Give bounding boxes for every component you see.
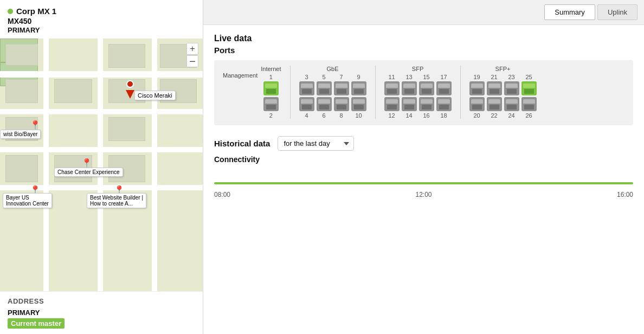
tab-summary[interactable]: Summary (544, 4, 595, 20)
port-num-25: 25 (521, 74, 537, 80)
historical-section: Historical data for the last hour for th… (214, 136, 633, 198)
sfp-group-label: SFP (412, 66, 423, 72)
port-num-18: 18 (436, 112, 452, 119)
tab-uplink[interactable]: Uplink (597, 4, 637, 20)
port-1[interactable] (263, 81, 279, 95)
port-13[interactable] (402, 81, 417, 95)
port-15[interactable] (419, 81, 434, 95)
port-7[interactable] (334, 81, 349, 95)
port-num-17: 17 (436, 74, 452, 80)
divider-3 (460, 66, 461, 119)
port-3[interactable] (299, 81, 314, 95)
port-25[interactable] (521, 81, 537, 95)
port-num-14: 14 (402, 112, 417, 119)
time-label-0800: 08:00 (214, 191, 230, 198)
time-range-select[interactable]: for the last hour for the last day for t… (278, 136, 354, 151)
map-container: Cisco Meraki 📍 wist Bio/Bayer 📍 Chase Ce… (0, 38, 203, 291)
left-panel: Corp MX 1 MX450 PRIMARY (0, 0, 203, 334)
chase-label: Chase Center Experience (54, 168, 123, 177)
port-num-16: 16 (419, 112, 434, 119)
time-label-1600: 16:00 (617, 191, 633, 198)
port-num-1: 1 (263, 74, 279, 80)
port-26[interactable] (521, 97, 537, 111)
port-num-15: 15 (419, 74, 434, 80)
port-num-2: 2 (263, 112, 279, 119)
port-num-4: 4 (299, 112, 314, 119)
port-num-13: 13 (402, 74, 417, 80)
cisco-meraki-label: Cisco Meraki (134, 91, 176, 100)
map-zoom-in-button[interactable]: + (186, 43, 198, 55)
port-num-10: 10 (351, 112, 366, 119)
main-content: Live data Ports Management Internet 1 (203, 25, 644, 334)
port-6[interactable] (317, 97, 332, 111)
status-dot (8, 9, 13, 14)
port-num-20: 20 (469, 112, 485, 119)
connectivity-chart (214, 168, 633, 190)
device-model: MX450 (8, 17, 195, 25)
port-num-12: 12 (384, 112, 400, 119)
ports-panel: Management Internet 1 (214, 60, 633, 125)
device-info: Corp MX 1 MX450 PRIMARY (0, 0, 203, 38)
innovation-label: Bayer USInnovation Center (3, 193, 52, 208)
port-11[interactable] (384, 81, 400, 95)
port-22[interactable] (487, 97, 502, 111)
port-18[interactable] (436, 97, 452, 111)
gbe-group-label: GbE (327, 66, 339, 72)
port-8[interactable] (334, 97, 349, 111)
port-num-26: 26 (521, 112, 537, 119)
device-name-text: Corp MX 1 (16, 7, 56, 16)
time-axis: 08:00 12:00 16:00 (214, 191, 633, 198)
connectivity-label: Connectivity (214, 155, 633, 164)
port-num-23: 23 (504, 74, 519, 80)
port-num-5: 5 (317, 74, 332, 80)
port-12[interactable] (384, 97, 400, 111)
port-17[interactable] (436, 81, 452, 95)
port-21[interactable] (487, 81, 502, 95)
map-zoom-out-button[interactable]: − (186, 55, 198, 67)
time-label-1200: 12:00 (415, 191, 432, 198)
port-24[interactable] (504, 97, 519, 111)
port-num-8: 8 (334, 112, 349, 119)
connectivity-line (214, 182, 633, 184)
port-19[interactable] (469, 81, 485, 95)
port-num-19: 19 (469, 74, 485, 80)
port-20[interactable] (469, 97, 485, 111)
port-num-7: 7 (334, 74, 349, 80)
port-num-3: 3 (299, 74, 314, 80)
tab-bar: Summary Uplink (203, 0, 644, 25)
port-9[interactable] (351, 81, 366, 95)
port-5[interactable] (317, 81, 332, 95)
port-10[interactable] (351, 97, 366, 111)
map-background: Cisco Meraki 📍 wist Bio/Bayer 📍 Chase Ce… (0, 38, 203, 291)
port-num-24: 24 (504, 112, 519, 119)
port-num-22: 22 (487, 112, 502, 119)
port-num-21: 21 (487, 74, 502, 80)
ports-title: Ports (214, 46, 633, 55)
port-23[interactable] (504, 81, 519, 95)
divider-2 (375, 66, 376, 119)
current-master-badge: Current master (8, 318, 65, 329)
management-label: Management (223, 72, 257, 79)
historical-title: Historical data (214, 139, 270, 148)
port-16[interactable] (419, 97, 434, 111)
device-role: PRIMARY (8, 26, 195, 34)
port-num-9: 9 (351, 74, 366, 80)
port-14[interactable] (402, 97, 417, 111)
port-num-6: 6 (317, 112, 332, 119)
port-num-11: 11 (384, 74, 400, 80)
port-2[interactable] (263, 97, 279, 111)
sfpplus-group-label: SFP+ (495, 66, 511, 72)
port-4[interactable] (299, 97, 314, 111)
divider-1 (290, 66, 291, 119)
right-panel: Summary Uplink Live data Ports Managemen… (203, 0, 644, 334)
website-label: Best Website Builder |How to create A... (87, 193, 146, 208)
bayer-label: wist Bio/Bayer (0, 130, 41, 139)
address-section-label: ADDRESS (8, 297, 195, 305)
primary-label: PRIMARY (8, 309, 195, 317)
live-data-title: Live data (214, 34, 633, 43)
map-pin-chase: 📍 (81, 158, 92, 168)
map-pin-bayer: 📍 (30, 120, 41, 130)
device-name-row: Corp MX 1 (8, 7, 195, 16)
internet-group-label: Internet (261, 66, 281, 72)
address-section: ADDRESS PRIMARY Current master (0, 291, 203, 334)
